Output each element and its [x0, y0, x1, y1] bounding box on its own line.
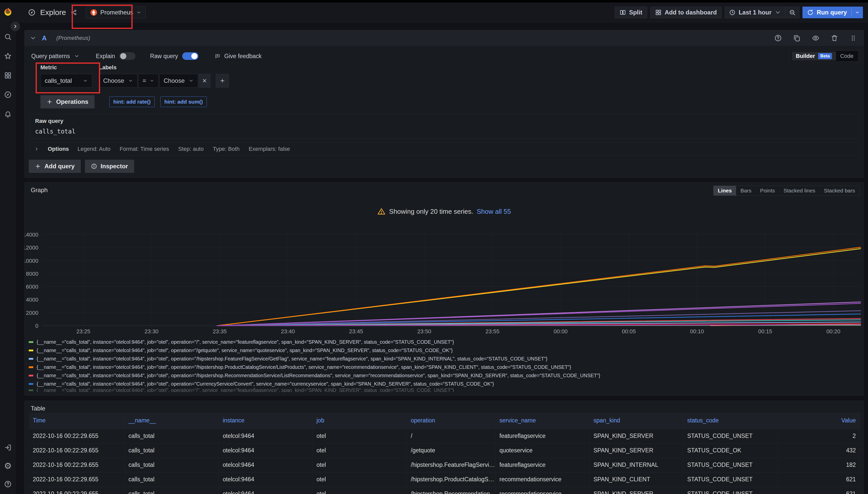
metric-select[interactable]: calls_total: [40, 74, 92, 88]
drag-handle-grip-icon[interactable]: [849, 34, 857, 42]
y-axis-tick-label: 2000: [26, 310, 38, 316]
raw-query-toggle[interactable]: [182, 52, 198, 60]
remove-label-filter-button[interactable]: [199, 74, 211, 88]
column-header-status-code[interactable]: status_code: [683, 413, 777, 429]
add-label-filter-button[interactable]: [216, 74, 229, 88]
run-query-button[interactable]: Run query: [802, 6, 851, 18]
chevron-down-icon: [136, 10, 141, 15]
column-header-operation[interactable]: operation: [406, 413, 495, 429]
legend-item[interactable]: {__name__="calls_total", instance="otelc…: [29, 363, 861, 372]
table-cell: calls_total: [124, 443, 218, 458]
star-icon[interactable]: [3, 52, 12, 60]
query-hint-button[interactable]: hint: add sum(): [160, 96, 207, 107]
option-summary-item: Format: Time series: [120, 146, 169, 152]
legend-series-swatch: [29, 375, 33, 377]
dashboards-grid-icon[interactable]: [3, 71, 12, 80]
give-feedback-button[interactable]: Give feedback: [213, 53, 263, 60]
legend-item[interactable]: {__name__="calls_total", instance="otelc…: [29, 338, 861, 346]
label-value-select[interactable]: Choose: [159, 74, 198, 88]
label-key-select[interactable]: Choose: [99, 74, 138, 88]
explore-compass-icon[interactable]: [3, 90, 12, 99]
table-cell: 2022-10-16 00:22:29.655: [29, 472, 124, 487]
graph-mode-lines[interactable]: Lines: [713, 186, 736, 195]
hide-query-eye-icon[interactable]: [812, 34, 819, 42]
datasource-name: Prometheus: [101, 9, 133, 16]
table-cell: calls_total: [124, 429, 218, 443]
x-axis-tick-label: 00:20: [826, 328, 840, 335]
chart-series-line[interactable]: [217, 311, 861, 326]
table-cell: 2022-10-16 00:22:29.655: [29, 429, 124, 443]
datasource-picker[interactable]: Prometheus: [86, 6, 146, 19]
column-header-name[interactable]: __name__: [124, 413, 218, 429]
x-axis-tick-label: 00:10: [690, 328, 704, 335]
add-operation-button[interactable]: Operations: [40, 95, 94, 108]
operations-label: Operations: [56, 98, 88, 106]
legend-series-swatch: [29, 383, 33, 385]
search-icon[interactable]: [3, 33, 12, 41]
chevron-down-icon: [83, 78, 88, 83]
inspector-button[interactable]: Inspector: [85, 160, 134, 173]
x-axis-tick-label: 23:35: [213, 328, 227, 335]
graph-mode-bars[interactable]: Bars: [736, 186, 756, 195]
explain-toggle[interactable]: [119, 52, 135, 60]
query-row-header[interactable]: A (Prometheus): [25, 30, 864, 46]
table-cell: /getquote: [406, 443, 495, 458]
legend-series-swatch: [29, 341, 33, 343]
tab-builder[interactable]: Builder Beta: [792, 52, 836, 61]
legend-item[interactable]: {__name__="calls_total", instance="otelc…: [29, 346, 861, 355]
table-cell: otelcol:9464: [218, 429, 312, 443]
sign-in-icon[interactable]: [3, 443, 12, 452]
raw-query-toggle-group: Raw query: [150, 52, 198, 60]
add-to-dashboard-button[interactable]: Add to dashboard: [650, 6, 722, 18]
options-summary: Legend: AutoFormat: Time seriesStep: aut…: [77, 146, 290, 152]
graph-panel-title: Graph: [31, 187, 48, 194]
column-header-job[interactable]: job: [312, 413, 406, 429]
table-cell: SPAN_KIND_SERVER: [589, 429, 683, 443]
query-patterns-dropdown[interactable]: Query patterns: [30, 53, 81, 60]
alerting-bell-icon[interactable]: [3, 110, 12, 118]
table-cell: 621: [777, 487, 860, 494]
close-icon: [202, 78, 207, 83]
query-help-icon[interactable]: [774, 34, 782, 42]
duplicate-query-icon[interactable]: [793, 34, 801, 42]
query-datasource-hint: (Prometheus): [56, 35, 90, 41]
settings-gear-icon[interactable]: ⚙: [3, 461, 12, 470]
column-header-value[interactable]: Value: [777, 413, 860, 429]
table-cell: otelcol:9464: [218, 458, 312, 472]
table-panel-title: Table: [31, 405, 45, 412]
label-operator-select[interactable]: =: [138, 74, 159, 88]
add-query-button[interactable]: Add query: [29, 160, 81, 173]
add-query-label: Add query: [44, 163, 75, 170]
help-icon[interactable]: [3, 480, 12, 489]
sidebar-expand-button[interactable]: [11, 22, 20, 31]
zoom-out-time-icon[interactable]: [785, 7, 799, 18]
legend-item[interactable]: {__name__="calls_total", instance="otelc…: [29, 372, 861, 380]
beta-badge: Beta: [818, 53, 832, 59]
column-header-time[interactable]: Time: [29, 413, 124, 429]
graph-mode-stacked-bars[interactable]: Stacked bars: [819, 186, 860, 195]
query-hint-button[interactable]: hint: add rate(): [109, 96, 155, 107]
table-cell: 182: [777, 458, 860, 472]
table-row: 2022-10-16 00:22:29.655calls_totalotelco…: [29, 458, 860, 472]
grafana-logo-icon[interactable]: [3, 6, 13, 17]
legend-item[interactable]: {__name__="calls_total", instance="otelc…: [29, 380, 861, 388]
split-button[interactable]: Split: [615, 6, 647, 18]
column-header-service-name[interactable]: service_name: [495, 413, 589, 429]
graph-mode-stacked-lines[interactable]: Stacked lines: [779, 186, 820, 195]
share-icon[interactable]: [71, 9, 77, 16]
query-ref-id: A: [42, 34, 47, 42]
builder-code-switcher: Builder Beta Code: [791, 51, 858, 62]
legend-series-label: {__name__="calls_total", instance="otelc…: [37, 347, 453, 353]
column-header-instance[interactable]: instance: [218, 413, 312, 429]
graph-mode-points[interactable]: Points: [756, 186, 779, 195]
run-query-caret[interactable]: [852, 6, 863, 18]
show-all-series-link[interactable]: Show all 55: [477, 208, 511, 215]
time-series-chart[interactable]: 23:2523:3023:3523:4023:4523:5023:5500:00…: [25, 221, 864, 338]
delete-query-trash-icon[interactable]: [831, 34, 838, 42]
column-header-span-kind[interactable]: span_kind: [589, 413, 683, 429]
table-cell: calls_total: [124, 458, 218, 472]
legend-item[interactable]: {__name__="calls_total", instance="otelc…: [29, 355, 861, 363]
time-range-picker[interactable]: Last 1 hour: [725, 7, 785, 18]
query-options-row[interactable]: Options Legend: AutoFormat: Time seriesS…: [30, 142, 858, 156]
tab-code[interactable]: Code: [836, 52, 857, 61]
